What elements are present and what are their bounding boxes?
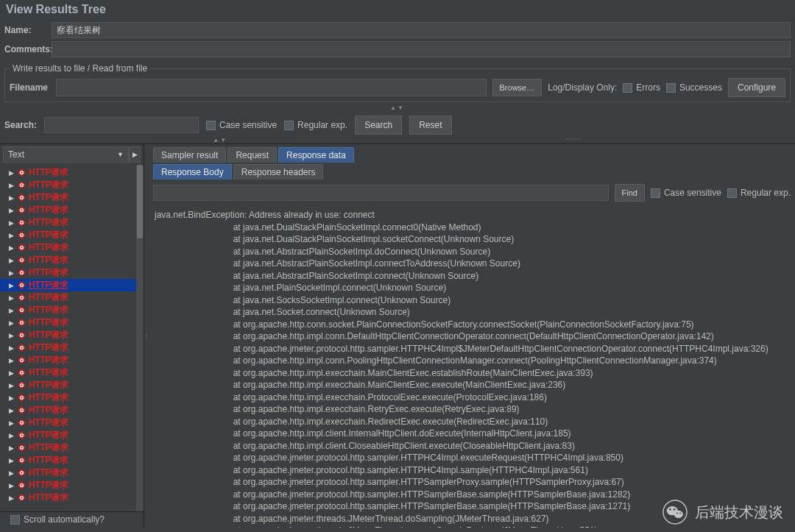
name-input[interactable] <box>52 22 791 38</box>
tree-row[interactable]: ▶HTTP请求 <box>0 441 144 454</box>
scroll-auto-checkbox[interactable]: Scroll automatically? <box>10 514 105 525</box>
tree-item-label: HTTP请求 <box>29 416 68 429</box>
tree-row[interactable]: ▶HTTP请求 <box>0 304 144 316</box>
response-body-text[interactable]: java.net.BindException: Address already … <box>149 206 795 528</box>
results-tree[interactable]: ▶HTTP请求▶HTTP请求▶HTTP请求▶HTTP请求▶HTTP请求▶HTTP… <box>0 165 144 511</box>
expand-icon[interactable]: ▶ <box>9 357 15 364</box>
expand-icon[interactable]: ▶ <box>9 382 15 389</box>
expand-icon[interactable]: ▶ <box>9 269 15 277</box>
successes-checkbox[interactable]: Successes <box>666 82 722 93</box>
svg-point-19 <box>21 284 23 286</box>
tab-sampler-result[interactable]: Sampler result <box>153 147 226 163</box>
find-regex-checkbox[interactable]: Regular exp. <box>727 188 791 198</box>
tree-row[interactable]: ▶HTTP请求 <box>0 329 144 341</box>
reset-button[interactable]: Reset <box>409 116 451 135</box>
svg-point-13 <box>21 247 23 249</box>
tree-row[interactable]: ▶HTTP请求 <box>0 454 144 467</box>
expand-icon[interactable]: ▶ <box>9 482 15 489</box>
tree-row[interactable]: ▶HTTP请求 <box>0 416 144 429</box>
find-button[interactable]: Find <box>615 184 645 202</box>
tree-row[interactable]: ▶HTTP请求 <box>0 341 144 354</box>
tree-item-label: HTTP请求 <box>29 341 68 354</box>
expand-icon[interactable]: ▶ <box>9 244 15 252</box>
tree-row[interactable]: ▶HTTP请求 <box>0 354 144 366</box>
expand-icon[interactable]: ▶ <box>9 207 15 214</box>
tree-row[interactable]: ▶HTTP请求 <box>0 266 144 279</box>
expand-icon[interactable]: ▶ <box>9 169 15 177</box>
expand-icon[interactable]: ▶ <box>9 444 15 452</box>
expand-icon[interactable]: ▶ <box>9 257 15 264</box>
tree-row[interactable]: ▶HTTP请求 <box>0 379 144 391</box>
svg-point-9 <box>21 221 23 224</box>
search-case-sensitive-checkbox[interactable]: Case sensitive <box>206 120 277 130</box>
expand-icon[interactable]: ▶ <box>9 294 15 302</box>
tree-row[interactable]: ▶HTTP请求 <box>0 229 144 241</box>
tab-request[interactable]: Request <box>227 147 277 163</box>
find-input[interactable] <box>153 185 609 201</box>
search-button[interactable]: Search <box>355 116 402 135</box>
expand-icon[interactable]: ▶ <box>9 394 15 402</box>
error-icon <box>17 230 26 240</box>
tree-row[interactable]: ▶HTTP请求 <box>0 241 144 254</box>
renderer-expand-button[interactable]: ▶ <box>129 146 141 163</box>
expand-icon[interactable]: ▶ <box>9 182 15 189</box>
expand-icon[interactable]: ▶ <box>9 407 15 414</box>
error-icon <box>17 255 26 265</box>
filename-input[interactable] <box>56 79 487 96</box>
expand-icon[interactable]: ▶ <box>9 282 15 289</box>
comments-input[interactable] <box>52 41 791 57</box>
tree-scrollbar[interactable] <box>136 165 144 511</box>
expand-icon[interactable]: ▶ <box>9 219 15 227</box>
expand-icon[interactable]: ▶ <box>9 369 15 377</box>
error-icon <box>17 180 26 190</box>
find-case-sensitive-checkbox[interactable]: Case sensitive <box>651 188 721 198</box>
expand-icon[interactable]: ▶ <box>9 344 15 352</box>
tree-row[interactable]: ▶HTTP请求 <box>0 391 144 404</box>
expand-icon[interactable]: ▶ <box>9 232 15 239</box>
tree-row[interactable]: ▶HTTP请求 <box>0 254 144 266</box>
error-icon <box>17 343 26 352</box>
expand-icon[interactable]: ▶ <box>9 457 15 464</box>
errors-checkbox[interactable]: Errors <box>623 82 660 93</box>
tree-row[interactable]: ▶HTTP请求 <box>0 291 144 304</box>
tree-item-label: HTTP请求 <box>29 329 68 341</box>
search-input[interactable] <box>44 117 199 133</box>
svg-point-41 <box>21 422 23 424</box>
expand-icon[interactable]: ▶ <box>9 332 15 339</box>
tree-row[interactable]: ▶HTTP请求 <box>0 492 144 504</box>
expand-icon[interactable]: ▶ <box>9 194 15 202</box>
splitter-handle-top[interactable]: ▲▼ <box>0 105 795 111</box>
tree-row[interactable]: ▶HTTP请求 <box>0 279 144 291</box>
splitter-handle-mid[interactable]: ▲▼ '''''' <box>0 138 795 143</box>
expand-icon[interactable]: ▶ <box>9 419 15 427</box>
expand-icon[interactable]: ▶ <box>9 432 15 439</box>
tree-row[interactable]: ▶HTTP请求 <box>0 467 144 479</box>
svg-point-23 <box>21 309 23 311</box>
expand-icon[interactable]: ▶ <box>9 307 15 314</box>
subtab-response-headers[interactable]: Response headers <box>233 164 324 180</box>
tree-row[interactable]: ▶HTTP请求 <box>0 166 144 179</box>
renderer-dropdown[interactable]: Text ▼ <box>3 146 129 163</box>
search-regex-checkbox[interactable]: Regular exp. <box>284 120 347 130</box>
tree-row[interactable]: ▶HTTP请求 <box>0 316 144 329</box>
tree-row[interactable]: ▶HTTP请求 <box>0 479 144 492</box>
error-icon <box>17 330 26 340</box>
tree-row[interactable]: ▶HTTP请求 <box>0 204 144 216</box>
expand-icon[interactable]: ▶ <box>9 494 15 502</box>
expand-icon[interactable]: ▶ <box>9 469 15 477</box>
configure-button[interactable]: Configure <box>728 78 785 97</box>
tree-row[interactable]: ▶HTTP请求 <box>0 404 144 416</box>
subtab-response-body[interactable]: Response Body <box>153 164 232 180</box>
tree-row[interactable]: ▶HTTP请求 <box>0 216 144 229</box>
browse-button[interactable]: Browse… <box>492 79 543 96</box>
svg-point-25 <box>21 322 23 324</box>
tree-row[interactable]: ▶HTTP请求 <box>0 429 144 441</box>
tree-row[interactable]: ▶HTTP请求 <box>0 191 144 204</box>
svg-point-35 <box>21 384 23 386</box>
tree-row[interactable]: ▶HTTP请求 <box>0 366 144 379</box>
tree-row[interactable]: ▶HTTP请求 <box>0 179 144 191</box>
write-results-legend: Write results to file / Read from file <box>10 63 150 74</box>
expand-icon[interactable]: ▶ <box>9 319 15 327</box>
svg-point-29 <box>21 347 23 349</box>
tab-response-data[interactable]: Response data <box>278 147 354 163</box>
